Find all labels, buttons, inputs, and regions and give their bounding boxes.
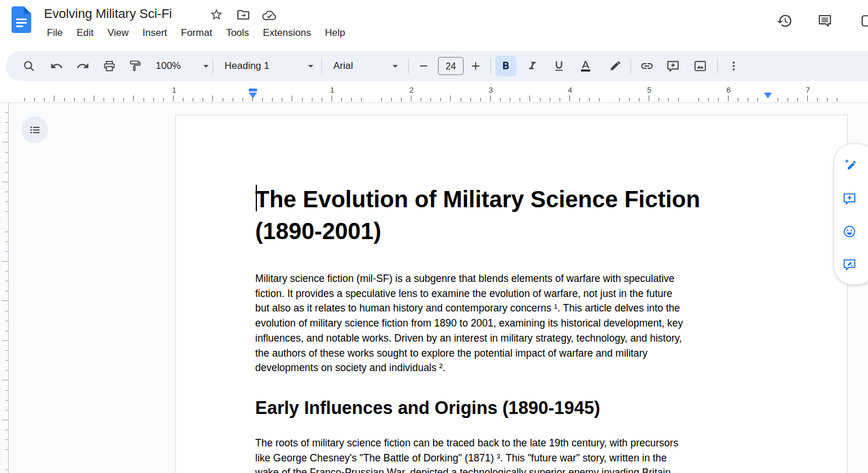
first-line-indent-marker[interactable] xyxy=(249,89,257,91)
ruler-number: 3 xyxy=(486,86,496,94)
menu-item[interactable]: Tools xyxy=(219,25,256,41)
bold-icon xyxy=(499,60,512,72)
toolbar-divider xyxy=(631,58,631,74)
add-comment-icon[interactable] xyxy=(666,59,681,74)
ruler-number: 2 xyxy=(406,86,417,94)
comments-icon[interactable] xyxy=(817,13,833,28)
toolbar: 100% Heading 1 Arial 24 xyxy=(6,51,868,81)
italic-icon[interactable] xyxy=(526,60,539,72)
minus-icon[interactable] xyxy=(417,60,430,72)
doc-paragraph-2: The roots of military science fiction ca… xyxy=(255,436,782,473)
ruler-number: 1 xyxy=(327,86,337,94)
heading-line: (1890-2001) xyxy=(255,215,776,247)
vertical-ruler[interactable] xyxy=(0,103,9,473)
highlight-icon[interactable] xyxy=(608,59,621,73)
plus-icon[interactable] xyxy=(469,60,482,72)
zoom-select[interactable]: 100% xyxy=(152,60,216,72)
menu-item[interactable]: Insert xyxy=(135,25,174,41)
text-line: influences, and notable works. Driven by… xyxy=(255,331,782,346)
partial-edge-icon[interactable] xyxy=(860,13,868,29)
text-line: like George Chesney's "The Battle of Dor… xyxy=(255,451,782,466)
font-size-value[interactable]: 24 xyxy=(438,57,464,75)
text-line: The roots of military science fiction ca… xyxy=(255,436,782,451)
font-select[interactable]: Arial xyxy=(330,60,405,72)
document-canvas[interactable]: The Evolution of Military Science Fictio… xyxy=(0,103,868,473)
text-line: Military science fiction (mil-SF) is a s… xyxy=(255,272,782,287)
font-size-input[interactable]: 24 xyxy=(438,57,464,75)
text-line: evolution of military science fiction fr… xyxy=(255,316,782,331)
menu-item[interactable]: Format xyxy=(174,25,219,41)
right-indent-marker[interactable] xyxy=(764,93,772,98)
outline-icon xyxy=(29,124,41,136)
menu-bar: FileEditViewInsertFormatToolsExtensionsH… xyxy=(40,25,352,41)
cloud-saved-icon[interactable] xyxy=(262,8,277,23)
redo-icon[interactable] xyxy=(76,60,90,73)
document-page[interactable]: The Evolution of Military Science Fictio… xyxy=(175,115,848,473)
doc-heading-2: Early Influences and Origins (1890-1945) xyxy=(255,398,600,419)
text-line: wake of the Franco-Prussian War, depicte… xyxy=(255,465,782,473)
move-folder-icon[interactable] xyxy=(236,8,251,22)
print-icon[interactable] xyxy=(102,59,117,74)
undo-icon[interactable] xyxy=(50,60,64,73)
app-bar: Evolving Military Sci-Fi FileEditViewIns… xyxy=(0,0,868,49)
font-value: Arial xyxy=(333,60,353,72)
suggest-edits-icon[interactable] xyxy=(842,257,857,272)
show-outline-button[interactable] xyxy=(21,116,48,143)
text-line: the authors of these works sought to exp… xyxy=(255,346,782,361)
link-icon[interactable] xyxy=(640,59,654,73)
add-comment-icon[interactable] xyxy=(842,191,857,206)
ruler-number: 7 xyxy=(803,86,813,94)
heading-line: The Evolution of Military Science Fictio… xyxy=(255,184,776,215)
toolbar-divider xyxy=(491,58,491,74)
toolbar-divider xyxy=(409,58,409,74)
star-icon[interactable] xyxy=(209,8,223,21)
bold-button[interactable] xyxy=(495,56,516,76)
more-vertical-icon[interactable] xyxy=(727,60,740,72)
ruler-numbers: 11234567 xyxy=(0,84,868,102)
menu-item[interactable]: Help xyxy=(318,25,352,41)
ruler-number: 5 xyxy=(644,86,654,94)
text-line: but also as it relates to human history … xyxy=(255,301,782,316)
style-value: Heading 1 xyxy=(225,60,270,72)
paint-format-icon[interactable] xyxy=(128,59,142,73)
dropdown-arrow-icon xyxy=(304,60,317,72)
dropdown-arrow-icon xyxy=(389,60,402,72)
search-icon[interactable] xyxy=(22,59,36,73)
paragraph-style-select[interactable]: Heading 1 xyxy=(221,60,321,72)
dropdown-arrow-icon xyxy=(200,60,212,72)
docs-logo[interactable] xyxy=(12,6,31,33)
doc-heading-1: The Evolution of Military Science Fictio… xyxy=(255,184,776,247)
help-me-write-icon[interactable] xyxy=(842,157,858,173)
toolbar-divider xyxy=(322,58,322,74)
zoom-value: 100% xyxy=(156,60,181,72)
emoji-reaction-icon[interactable] xyxy=(842,224,857,239)
insert-image-icon[interactable] xyxy=(693,59,708,74)
left-indent-marker[interactable] xyxy=(249,93,257,98)
quick-actions-pill xyxy=(834,144,868,285)
menu-item[interactable]: View xyxy=(101,25,136,41)
underline-icon[interactable] xyxy=(553,60,565,72)
menu-item[interactable]: Edit xyxy=(69,25,100,41)
toolbar-divider xyxy=(718,58,718,74)
ruler-number: 4 xyxy=(565,86,575,94)
doc-paragraph-1: Military science fiction (mil-SF) is a s… xyxy=(255,272,782,376)
version-history-icon[interactable] xyxy=(777,13,793,29)
menu-item[interactable]: Extensions xyxy=(256,25,318,41)
text-line: fiction. It provides a speculative lens … xyxy=(255,287,782,302)
ruler-number: 6 xyxy=(723,86,734,94)
text-color-icon[interactable] xyxy=(579,59,593,73)
ruler-number: 1 xyxy=(169,86,179,94)
document-title[interactable]: Evolving Military Sci-Fi xyxy=(44,6,172,21)
text-line: developments on society and individuals … xyxy=(255,361,782,376)
horizontal-ruler[interactable]: 11234567 xyxy=(0,84,868,103)
menu-item[interactable]: File xyxy=(40,25,69,41)
toolbar-divider xyxy=(213,58,214,74)
toolbar-row: 100% Heading 1 Arial 24 xyxy=(0,49,868,84)
